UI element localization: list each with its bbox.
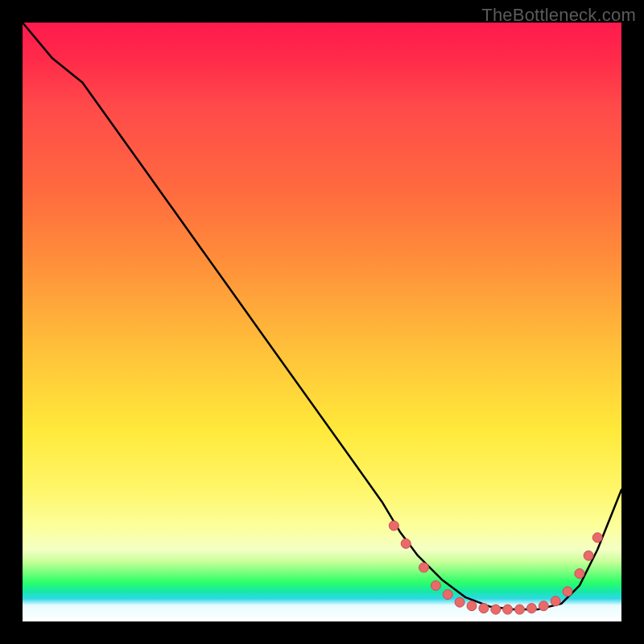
data-marker [503, 605, 513, 614]
data-marker [491, 605, 501, 614]
data-marker [539, 601, 548, 611]
curve-line [23, 23, 621, 609]
data-marker [563, 587, 572, 597]
data-marker [431, 580, 440, 590]
data-marker [592, 533, 602, 543]
data-marker [455, 597, 464, 607]
data-marker [443, 590, 452, 600]
data-marker [584, 551, 593, 560]
chart-frame: TheBottleneck.com [0, 0, 644, 644]
data-marker [575, 569, 584, 579]
data-marker [389, 521, 398, 530]
data-marker [401, 539, 411, 548]
data-marker [551, 597, 560, 606]
data-marker [515, 605, 525, 614]
data-marker [467, 601, 477, 611]
watermark-text: TheBottleneck.com [481, 5, 636, 26]
chart-svg [23, 23, 621, 621]
plot-area [23, 23, 621, 621]
curve-markers [389, 521, 602, 614]
data-marker [419, 563, 429, 572]
data-marker [479, 604, 489, 613]
data-marker [526, 604, 536, 613]
